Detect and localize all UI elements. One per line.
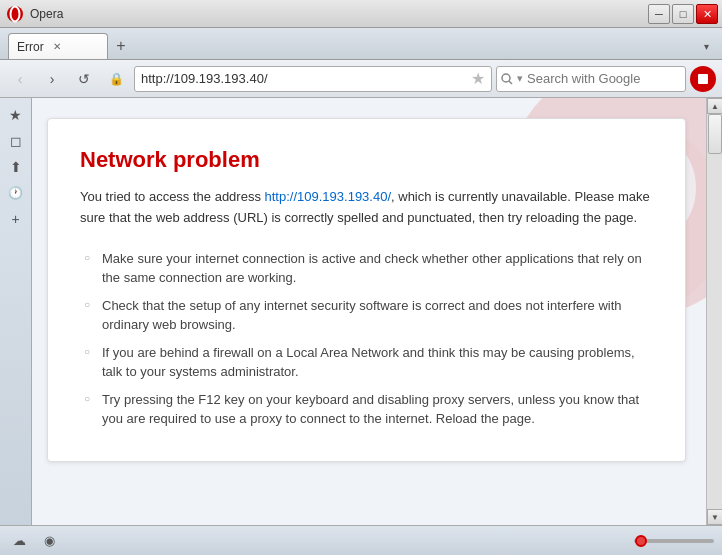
active-tab[interactable]: Error ✕ <box>8 33 108 59</box>
stop-button[interactable] <box>690 66 716 92</box>
zoom-thumb[interactable] <box>635 535 647 547</box>
left-sidebar: ★ ◻ ⬆ 🕐 + <box>0 98 32 525</box>
error-desc-part1: You tried to access the address <box>80 189 265 204</box>
new-tab-button[interactable]: + <box>110 35 132 57</box>
error-bullet-list: Make sure your internet connection is ac… <box>80 245 653 433</box>
scroll-thumb[interactable] <box>708 114 722 154</box>
bookmark-star-icon[interactable]: ★ <box>471 69 485 88</box>
browser-body: ★ ◻ ⬆ 🕐 + Network problem You tried to a… <box>0 98 722 525</box>
forward-button[interactable]: › <box>38 66 66 92</box>
list-item: Try pressing the F12 key on your keyboar… <box>80 386 653 433</box>
tab-dropdown-button[interactable]: ▾ <box>698 35 714 57</box>
navigation-bar: ‹ › ↺ 🔒 ★ ▾ <box>0 60 722 98</box>
sidebar-add-icon[interactable]: + <box>5 208 27 230</box>
maximize-button[interactable]: □ <box>672 4 694 24</box>
address-bar[interactable]: ★ <box>134 66 492 92</box>
status-cloud-icon[interactable]: ☁ <box>8 531 30 551</box>
list-item: Make sure your internet connection is ac… <box>80 245 653 292</box>
list-item: Check that the setup of any internet sec… <box>80 292 653 339</box>
scroll-track[interactable] <box>707 114 722 509</box>
svg-point-0 <box>7 6 23 22</box>
reload-button[interactable]: ↺ <box>70 66 98 92</box>
sidebar-history-icon[interactable]: 🕐 <box>5 182 27 204</box>
app-title: Opera <box>30 7 716 21</box>
back-button[interactable]: ‹ <box>6 66 34 92</box>
minimize-button[interactable]: ─ <box>648 4 670 24</box>
list-item: If you are behind a firewall on a Local … <box>80 339 653 386</box>
stop-icon <box>698 74 708 84</box>
scroll-down-button[interactable]: ▼ <box>707 509 722 525</box>
svg-line-3 <box>509 81 512 84</box>
search-icon <box>501 73 513 85</box>
page-content: Network problem You tried to access the … <box>32 98 706 525</box>
search-engine-dropdown[interactable]: ▾ <box>517 72 523 85</box>
tab-bar: Error ✕ + ▾ <box>0 28 722 60</box>
error-title: Network problem <box>80 147 653 173</box>
search-input[interactable] <box>527 71 695 86</box>
error-description: You tried to access the address http://1… <box>80 187 653 229</box>
status-bar: ☁ ◉ <box>0 525 722 555</box>
address-input[interactable] <box>141 71 467 86</box>
scrollbar[interactable]: ▲ ▼ <box>706 98 722 525</box>
title-bar: Opera ─ □ ✕ <box>0 0 722 28</box>
content-area: Network problem You tried to access the … <box>32 98 706 525</box>
lock-button[interactable]: 🔒 <box>102 66 130 92</box>
close-button[interactable]: ✕ <box>696 4 718 24</box>
status-globe-icon[interactable]: ◉ <box>38 531 60 551</box>
zoom-track[interactable] <box>634 539 714 543</box>
sidebar-transfers-icon[interactable]: ⬆ <box>5 156 27 178</box>
search-bar[interactable]: ▾ <box>496 66 686 92</box>
opera-logo <box>6 5 24 23</box>
error-card: Network problem You tried to access the … <box>47 118 686 462</box>
sidebar-bookmarks-icon[interactable]: ★ <box>5 104 27 126</box>
scroll-up-button[interactable]: ▲ <box>707 98 722 114</box>
tab-label: Error <box>17 40 44 54</box>
sidebar-notes-icon[interactable]: ◻ <box>5 130 27 152</box>
zoom-slider[interactable] <box>634 539 714 543</box>
error-desc-link[interactable]: http://109.193.193.40/ <box>265 189 392 204</box>
svg-point-2 <box>502 74 510 82</box>
tab-close-button[interactable]: ✕ <box>50 40 64 54</box>
window-controls: ─ □ ✕ <box>648 4 718 24</box>
